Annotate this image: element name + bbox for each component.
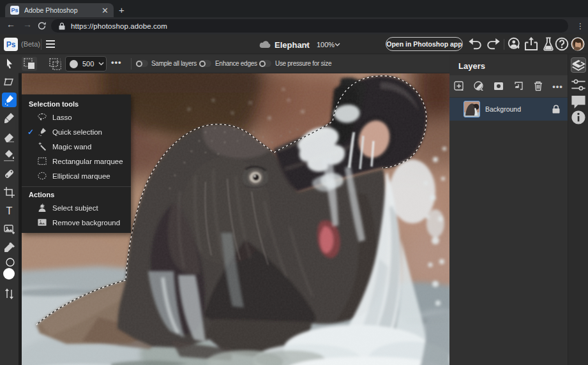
svg-text:T: T xyxy=(6,205,13,216)
